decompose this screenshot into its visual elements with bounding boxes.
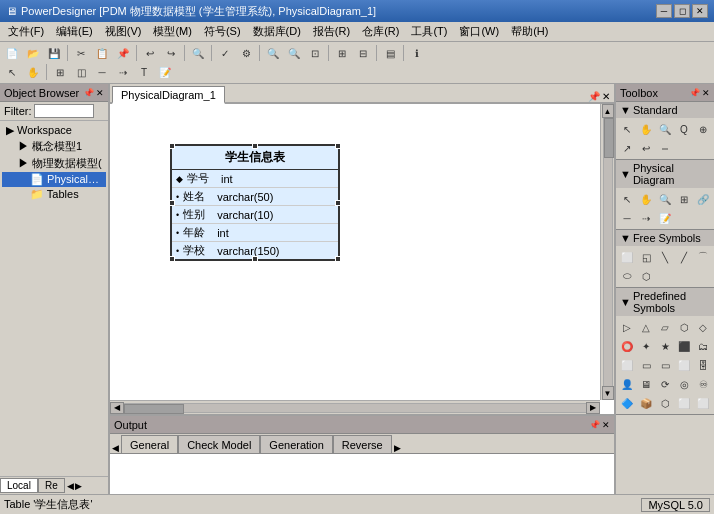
scroll-down-icon[interactable]: ▼ <box>602 386 614 400</box>
scroll-right-icon[interactable]: ▶ <box>586 402 600 414</box>
tool-btn-3-20[interactable]: 🔷 <box>618 394 636 412</box>
tool-btn-2-3[interactable]: ╱ <box>675 248 693 266</box>
tool-btn-3-4[interactable]: ◇ <box>694 318 712 336</box>
toolbox-pin[interactable]: 📌 <box>689 88 700 98</box>
scroll-left-icon[interactable]: ◀ <box>110 402 124 414</box>
tool-btn-3-21[interactable]: 📦 <box>637 394 655 412</box>
align-left-button[interactable]: ⊞ <box>332 44 352 62</box>
tool-btn-2-6[interactable]: ⬡ <box>637 267 655 285</box>
toolbox-section-header-0[interactable]: ▼Standard <box>616 102 714 118</box>
tool-btn-3-2[interactable]: ▱ <box>656 318 674 336</box>
tool-btn-0-2[interactable]: 🔍 <box>656 120 674 138</box>
table-tool[interactable]: ⊞ <box>50 63 70 81</box>
text-tool[interactable]: T <box>134 63 154 81</box>
tool-btn-2-2[interactable]: ╲ <box>656 248 674 266</box>
tool-btn-3-3[interactable]: ⬡ <box>675 318 693 336</box>
generate-button[interactable]: ⚙ <box>236 44 256 62</box>
tool-btn-3-14[interactable]: 🗄 <box>694 356 712 374</box>
tool-btn-2-0[interactable]: ⬜ <box>618 248 636 266</box>
tool-btn-3-24[interactable]: ⬜ <box>694 394 712 412</box>
tool-btn-0-0[interactable]: ↖ <box>618 120 636 138</box>
handle-tl[interactable] <box>169 143 175 149</box>
tool-btn-3-5[interactable]: ⭕ <box>618 337 636 355</box>
tree-item-4[interactable]: 📁 Tables <box>2 187 106 202</box>
toolbox-section-header-2[interactable]: ▼Free Symbols <box>616 230 714 246</box>
tool-btn-3-19[interactable]: ♾ <box>694 375 712 393</box>
tool-btn-3-8[interactable]: ⬛ <box>675 337 693 355</box>
tree-item-3[interactable]: 📄 PhysicalDiagr <box>2 172 106 187</box>
zoom-out-button[interactable]: 🔍 <box>284 44 304 62</box>
output-tab-1[interactable]: Check Model <box>178 435 260 453</box>
tool-btn-3-0[interactable]: ▷ <box>618 318 636 336</box>
remote-tab[interactable]: Re <box>38 478 65 493</box>
h-scroll-thumb[interactable] <box>124 404 184 414</box>
scroll-left-btn[interactable]: ◀ <box>67 481 74 491</box>
open-button[interactable]: 📂 <box>23 44 43 62</box>
view-tool[interactable]: ◫ <box>71 63 91 81</box>
menu-item-s[interactable]: 符号(S) <box>198 22 247 41</box>
h-scroll-track[interactable] <box>124 403 586 413</box>
output-tab-3[interactable]: Reverse <box>333 435 392 453</box>
tool-btn-3-6[interactable]: ✦ <box>637 337 655 355</box>
link-tool[interactable]: ─ <box>92 63 112 81</box>
toolbox-section-header-1[interactable]: ▼Physical Diagram <box>616 160 714 188</box>
toolbox-section-header-3[interactable]: ▼Predefined Symbols <box>616 288 714 316</box>
handle-br[interactable] <box>335 256 341 262</box>
tool-btn-3-16[interactable]: 🖥 <box>637 375 655 393</box>
output-tab-0[interactable]: General <box>121 435 178 453</box>
menu-item-t[interactable]: 工具(T) <box>405 22 453 41</box>
output-tab-2[interactable]: Generation <box>260 435 332 453</box>
align-right-button[interactable]: ⊟ <box>353 44 373 62</box>
diagram-close-icon[interactable]: ✕ <box>602 91 610 102</box>
tool-btn-2-1[interactable]: ◱ <box>637 248 655 266</box>
menu-item-e[interactable]: 编辑(E) <box>50 22 99 41</box>
tool-btn-3-1[interactable]: △ <box>637 318 655 336</box>
minimize-button[interactable]: ─ <box>656 4 672 18</box>
menu-item-v[interactable]: 视图(V) <box>99 22 148 41</box>
menu-item-r[interactable]: 报告(R) <box>307 22 356 41</box>
menu-item-w[interactable]: 窗口(W) <box>453 22 505 41</box>
handle-mr[interactable] <box>335 200 341 206</box>
copy-button[interactable]: 📋 <box>92 44 112 62</box>
tool-btn-2-5[interactable]: ⬭ <box>618 267 636 285</box>
tool-btn-3-11[interactable]: ▭ <box>637 356 655 374</box>
undo-button[interactable]: ↩ <box>140 44 160 62</box>
tool-btn-2-4[interactable]: ⌒ <box>694 248 712 266</box>
tree-item-2[interactable]: ▶ 物理数据模型( <box>2 155 106 172</box>
diagram-tab[interactable]: PhysicalDiagram_1 <box>112 86 225 104</box>
scroll-up-icon[interactable]: ▲ <box>602 104 614 118</box>
tool-btn-3-9[interactable]: 🗂 <box>694 337 712 355</box>
layout-button[interactable]: ▤ <box>380 44 400 62</box>
tool-btn-1-5[interactable]: ─ <box>618 209 636 227</box>
v-scroll-thumb[interactable] <box>604 118 614 158</box>
diagram-pin-icon[interactable]: 📌 <box>588 91 600 102</box>
tool-btn-3-12[interactable]: ▭ <box>656 356 674 374</box>
tree-item-1[interactable]: ▶ 概念模型1 <box>2 138 106 155</box>
handle-tr[interactable] <box>335 143 341 149</box>
close-button[interactable]: ✕ <box>692 4 708 18</box>
obj-browser-pin[interactable]: 📌 <box>83 88 94 98</box>
entity-table[interactable]: 学生信息表 ◆学号int•姓名varchar(50)•性别varchar(10)… <box>170 144 340 261</box>
menu-item-f[interactable]: 文件(F) <box>2 22 50 41</box>
v-scroll-track[interactable] <box>603 118 613 386</box>
tree-item-0[interactable]: ▶ Workspace <box>2 123 106 138</box>
output-scroll-right[interactable]: ▶ <box>394 443 401 453</box>
paste-button[interactable]: 📌 <box>113 44 133 62</box>
handle-bl[interactable] <box>169 256 175 262</box>
tool-btn-1-4[interactable]: 🔗 <box>694 190 712 208</box>
tool-btn-3-22[interactable]: ⬡ <box>656 394 674 412</box>
tool-btn-0-7[interactable]: ⎼ <box>656 139 674 157</box>
new-button[interactable]: 📄 <box>2 44 22 62</box>
find-button[interactable]: 🔍 <box>188 44 208 62</box>
v-scrollbar[interactable]: ▲ ▼ <box>600 104 614 400</box>
menu-item-d[interactable]: 数据库(D) <box>247 22 307 41</box>
zoom-fit-button[interactable]: ⊡ <box>305 44 325 62</box>
tool-btn-0-6[interactable]: ↩ <box>637 139 655 157</box>
scroll-right-btn[interactable]: ▶ <box>75 481 82 491</box>
tool-btn-0-5[interactable]: ↗ <box>618 139 636 157</box>
check-button[interactable]: ✓ <box>215 44 235 62</box>
zoom-in-button[interactable]: 🔍 <box>263 44 283 62</box>
tool-btn-1-7[interactable]: 📝 <box>656 209 674 227</box>
filter-input[interactable] <box>34 104 94 118</box>
tool-btn-1-0[interactable]: ↖ <box>618 190 636 208</box>
